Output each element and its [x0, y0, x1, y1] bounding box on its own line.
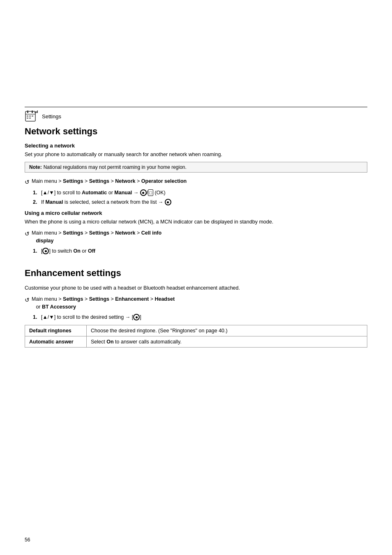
- section-divider: [25, 261, 367, 268]
- note-text: National regulations may not permit roam…: [44, 164, 187, 170]
- enhancement-body: Customise your phone to be used with a h…: [25, 284, 367, 292]
- nav-arrow-icon-2: ↺: [25, 230, 30, 238]
- selecting-network-body: Set your phone to automatically or manua…: [25, 151, 367, 159]
- micro-cellular-section: Using a micro cellular network When the …: [25, 210, 367, 255]
- svg-rect-11: [37, 111, 38, 113]
- svg-rect-10: [36, 111, 37, 113]
- nav-text-enhancement: Main menu > Settings > Settings > Enhanc…: [32, 295, 367, 311]
- enhancement-steps: 1. [▲/▼] to scroll to the desired settin…: [33, 313, 367, 321]
- enhancement-step-1-content: [▲/▼] to scroll to the desired setting →…: [41, 313, 367, 321]
- enhancement-section: Enhancement settings Customise your phon…: [25, 261, 367, 348]
- micro-cellular-body: When the phone is using a micro cellular…: [25, 218, 367, 226]
- section-header: Settings: [25, 107, 367, 123]
- svg-rect-4: [27, 115, 28, 117]
- micro-step-1-num: 1.: [33, 247, 41, 255]
- micro-steps: 1. [] to switch On or Off: [33, 247, 367, 255]
- micro-cellular-subtitle: Using a micro cellular network: [25, 210, 367, 216]
- svg-rect-7: [27, 117, 28, 119]
- table-row: Default ringtones Choose the desired rin…: [25, 325, 367, 336]
- svg-rect-8: [29, 117, 31, 119]
- note-label: Note:: [29, 164, 42, 170]
- svg-rect-9: [35, 112, 35, 113]
- section-label: Settings: [42, 113, 61, 120]
- micro-step-1: 1. [] to switch On or Off: [33, 247, 367, 255]
- nav-path-micro: ↺ Main menu > Settings > Settings > Netw…: [25, 229, 367, 245]
- table-row: Automatic answer Select On to answer cal…: [25, 336, 367, 348]
- table-cell-label-1: Default ringtones: [25, 325, 87, 336]
- network-settings-title: Network settings: [25, 126, 367, 137]
- enhancement-settings-title: Enhancement settings: [25, 268, 367, 279]
- step-2: 2. If Manual is selected, select a netwo…: [33, 198, 367, 206]
- circle-dot-icon: [140, 189, 147, 196]
- nav-text-micro: Main menu > Settings > Settings > Networ…: [32, 229, 367, 245]
- nav-arrow-icon-3: ↺: [25, 296, 30, 304]
- circle-dot-icon-2: [165, 199, 171, 205]
- svg-rect-2: [32, 111, 33, 113]
- page: Settings Network settings Selecting a ne…: [0, 0, 392, 555]
- step-2-content: If Manual is selected, select a network …: [41, 198, 367, 206]
- svg-rect-5: [29, 115, 31, 117]
- nav-text-selecting: Main menu > Settings > Settings > Networ…: [32, 177, 367, 185]
- enhancement-step-1: 1. [▲/▼] to scroll to the desired settin…: [33, 313, 367, 321]
- nav-arrow-icon: ↺: [25, 178, 30, 187]
- selecting-network-section: Selecting a network Set your phone to au…: [25, 143, 367, 206]
- settings-table: Default ringtones Choose the desired rin…: [25, 325, 367, 348]
- table-cell-label-2: Automatic answer: [25, 336, 87, 348]
- circle-dot-icon-4: [133, 314, 140, 320]
- svg-rect-6: [32, 115, 33, 117]
- step-1-content: [▲/▼] to scroll to Automatic or Manual →…: [41, 189, 367, 197]
- note-box: Note: National regulations may not permi…: [25, 162, 367, 173]
- circle-dot-icon-3: [42, 248, 49, 254]
- selecting-network-subtitle: Selecting a network: [25, 143, 367, 149]
- step-2-num: 2.: [33, 198, 41, 206]
- table-cell-desc-1: Choose the desired ringtone. (See "Ringt…: [87, 325, 367, 336]
- selecting-steps: 1. [▲/▼] to scroll to Automatic or Manua…: [33, 189, 367, 206]
- svg-rect-1: [27, 111, 28, 113]
- top-spacer: [25, 16, 367, 107]
- nav-path-enhancement: ↺ Main menu > Settings > Settings > Enha…: [25, 295, 367, 311]
- table-cell-desc-2: Select On to answer calls automatically.: [87, 336, 367, 348]
- ok-btn-symbol: □: [148, 189, 153, 196]
- nav-path-selecting: ↺ Main menu > Settings > Settings > Netw…: [25, 177, 367, 187]
- page-number: 56: [25, 537, 30, 543]
- enhancement-step-1-num: 1.: [33, 313, 41, 321]
- micro-step-1-content: [] to switch On or Off: [41, 247, 367, 255]
- settings-icon: [25, 110, 38, 123]
- step-1: 1. [▲/▼] to scroll to Automatic or Manua…: [33, 189, 367, 197]
- step-1-num: 1.: [33, 189, 41, 197]
